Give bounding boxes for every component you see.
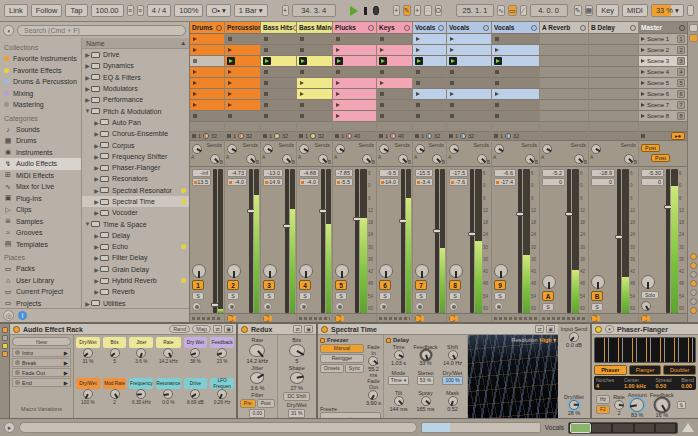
clip-stop-icon[interactable]: [264, 70, 268, 74]
macro-knob[interactable]: [110, 389, 120, 399]
clip-slot[interactable]: [492, 111, 539, 122]
clip-stop-icon[interactable]: [416, 114, 420, 118]
hot-swap-icon[interactable]: ⇄: [213, 325, 222, 333]
clip-stop-icon[interactable]: [495, 103, 499, 107]
clip-slot[interactable]: [261, 56, 296, 67]
solo-button[interactable]: S: [591, 303, 603, 311]
track-delay-field[interactable]: 0: [591, 178, 615, 186]
clip-slot[interactable]: [261, 78, 296, 89]
clip-stop-icon[interactable]: [228, 37, 232, 41]
clip-stop-all-icon[interactable]: [227, 134, 231, 138]
track-header-dot-icon[interactable]: [580, 25, 586, 31]
expand-arrow-icon[interactable]: ▶: [93, 254, 100, 261]
expand-arrow-icon[interactable]: ▼: [84, 108, 91, 114]
pan-knob[interactable]: [641, 275, 655, 289]
tree-item[interactable]: ▶Frequency Shifter: [82, 151, 189, 162]
clip-stop-icon[interactable]: [380, 92, 384, 96]
pan-knob[interactable]: [263, 264, 277, 278]
expand-arrow-icon[interactable]: ▶: [93, 119, 100, 126]
clip-stop-all-icon[interactable]: [335, 134, 339, 138]
volume-fader[interactable]: [355, 169, 359, 313]
clip-stop-icon[interactable]: [300, 70, 304, 74]
clip-slot[interactable]: [297, 67, 332, 78]
clip-slot[interactable]: [377, 45, 412, 56]
send-a-knob[interactable]: [494, 144, 504, 154]
clip-stop-icon[interactable]: [416, 70, 420, 74]
macro-knob[interactable]: [163, 348, 173, 358]
clip-playing-icon[interactable]: [379, 57, 387, 65]
sidebar-item-collection[interactable]: Drums & Percussion: [0, 76, 81, 88]
computer-midi-keyboard-icon[interactable]: ▦: [585, 5, 594, 16]
volume-fader[interactable]: [470, 169, 474, 313]
midi-overdub-icon[interactable]: +: [393, 5, 400, 16]
loop-start-field[interactable]: 25. 1. 1: [456, 4, 494, 17]
volume-fader[interactable]: [321, 169, 325, 313]
filter-pre-button[interactable]: Pre: [240, 399, 256, 408]
arm-button[interactable]: [192, 302, 201, 311]
clip-slot[interactable]: [225, 34, 260, 45]
expand-arrow-icon[interactable]: ▶: [93, 243, 100, 250]
clip-play-icon[interactable]: [228, 48, 232, 52]
solo-button[interactable]: S: [192, 292, 204, 300]
device-strip-toggle-1[interactable]: [2, 327, 8, 333]
search-input[interactable]: [17, 25, 186, 36]
phaser-rate-knob[interactable]: [614, 400, 624, 410]
clip-slot[interactable]: [190, 45, 224, 56]
show-returns-toggle[interactable]: [690, 262, 697, 269]
track-header[interactable]: Vocals: [492, 22, 539, 34]
bits-knob[interactable]: [289, 344, 305, 357]
retrigger-button[interactable]: Retrigger: [320, 354, 364, 363]
arm-button[interactable]: [263, 302, 272, 311]
clip-play-icon[interactable]: [300, 92, 304, 96]
expand-arrow-icon[interactable]: ▶: [93, 142, 100, 149]
chain-expand-icon[interactable]: ▶: [64, 380, 68, 386]
show-sends-toggle[interactable]: [690, 253, 697, 260]
scene-play-icon[interactable]: [641, 103, 645, 107]
clip-slot[interactable]: [297, 56, 332, 67]
metronome-button[interactable]: O• ▾: [206, 4, 230, 17]
io-drywet-knob[interactable]: [569, 400, 579, 410]
sidebar-item-max-for-live[interactable]: ∿Max for Live: [0, 181, 81, 193]
tree-item[interactable]: ▶Modulators: [82, 83, 189, 94]
cpu-meter[interactable]: 33 % ▾: [651, 4, 684, 17]
session-record-pill[interactable]: ▸●: [671, 132, 685, 140]
volume-fader[interactable]: [435, 169, 439, 313]
tab-flanger[interactable]: Flanger: [629, 365, 662, 375]
send-a-knob[interactable]: [335, 144, 345, 154]
track-header[interactable]: Bass Hits: [261, 22, 296, 34]
chain-expand-icon[interactable]: ▶: [64, 360, 68, 366]
clip-slot[interactable]: [413, 45, 446, 56]
clip-stop-icon[interactable]: [380, 37, 384, 41]
track-activator[interactable]: A: [542, 291, 554, 301]
clip-play-icon[interactable]: [450, 37, 454, 41]
tree-item[interactable]: ▶Utilities: [82, 298, 189, 308]
stop-button[interactable]: [364, 7, 368, 15]
sidebar-item-packs[interactable]: ▭Packs: [0, 263, 81, 275]
dc-shift-button[interactable]: DC Shift: [283, 392, 310, 401]
clip-stop-all-icon[interactable]: [494, 134, 498, 138]
clip-slot[interactable]: [413, 56, 446, 67]
expand-arrow-icon[interactable]: ▶: [93, 175, 100, 182]
send-a-post-toggle[interactable]: Post: [641, 144, 660, 152]
track-activator[interactable]: 4: [299, 280, 311, 290]
sidebar-item-instruments[interactable]: ◉Instruments: [0, 147, 81, 159]
clip-slot[interactable]: [447, 45, 491, 56]
clip-stop-icon[interactable]: [264, 92, 268, 96]
send-b-post-toggle[interactable]: Post: [651, 154, 670, 162]
clip-stop-icon[interactable]: [495, 70, 499, 74]
chain-activator-icon[interactable]: [15, 350, 20, 355]
solo-button[interactable]: S: [227, 292, 239, 300]
follow-button[interactable]: Follow: [31, 4, 63, 17]
tree-item[interactable]: ▶Reverb: [82, 286, 189, 297]
track-activator[interactable]: 8: [449, 280, 461, 290]
pan-knob[interactable]: [415, 264, 429, 278]
track-header[interactable]: Bass Main: [297, 22, 332, 34]
macro-knob[interactable]: [136, 389, 146, 399]
scene-slot[interactable]: Scene 77: [639, 100, 687, 111]
rack-chain-item[interactable]: Fade Out▶: [12, 368, 71, 377]
send-b-knob[interactable]: [246, 154, 256, 164]
clip-slot[interactable]: [225, 111, 260, 122]
clip-stop-icon[interactable]: [300, 48, 304, 52]
chain-activator-icon[interactable]: [15, 380, 20, 385]
expand-arrow-icon[interactable]: ▶: [93, 288, 100, 295]
